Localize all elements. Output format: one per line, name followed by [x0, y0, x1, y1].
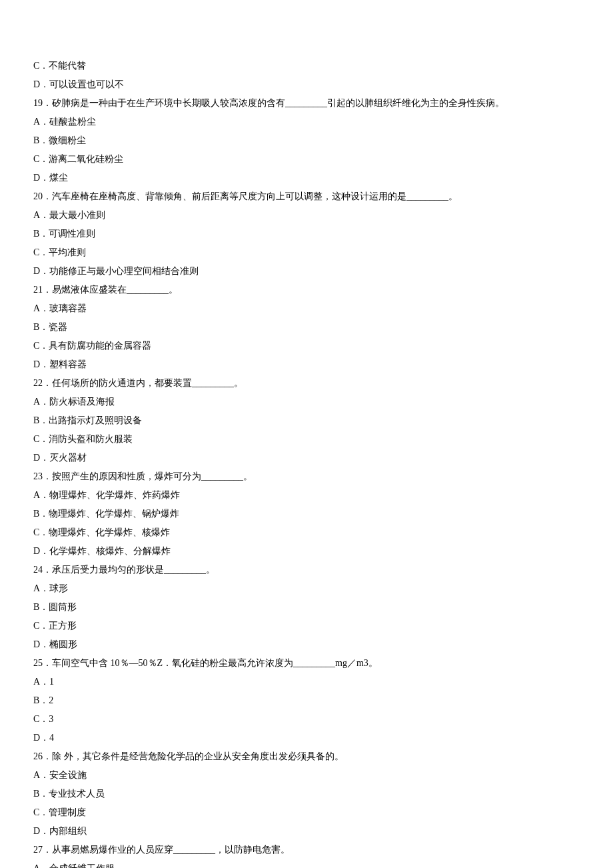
text-line: D．可以设置也可以不 [33, 75, 580, 94]
text-line: 20．汽车座椅在座椅高度、背靠倾角、前后距离等尺度方向上可以调整，这种设计运用的… [33, 187, 580, 206]
text-line: B．出路指示灯及照明设备 [33, 411, 580, 430]
text-line: D．内部组织 [33, 822, 580, 841]
text-line: B．圆筒形 [33, 598, 580, 617]
text-line: D．4 [33, 729, 580, 747]
text-line: A．防火标语及海报 [33, 393, 580, 411]
text-line: 23．按照产生的原因和性质，爆炸可分为_________。 [33, 467, 580, 486]
text-line: 27．从事易燃易爆作业的人员应穿_________，以防静电危害。 [33, 841, 580, 859]
text-line: B．2 [33, 691, 580, 710]
text-line: D．功能修正与最小心理空间相结合准则 [33, 262, 580, 281]
text-line: 22．任何场所的防火通道内，都要装置_________。 [33, 374, 580, 393]
text-line: 21．易燃液体应盛装在_________。 [33, 281, 580, 299]
text-line: B．微细粉尘 [33, 131, 580, 150]
text-line: C．平均准则 [33, 243, 580, 262]
text-line: C．正方形 [33, 617, 580, 635]
text-line: D．煤尘 [33, 169, 580, 187]
text-line: D．塑料容器 [33, 355, 580, 374]
text-line: 19．矽肺病是一种由于在生产环境中长期吸人较高浓度的含有_________引起的… [33, 94, 580, 113]
text-line: C．物理爆炸、化学爆炸、核爆炸 [33, 523, 580, 542]
text-line: A．球形 [33, 579, 580, 598]
text-line: A．合成纤维工作服 [33, 859, 580, 868]
text-line: B．可调性准则 [33, 225, 580, 243]
text-line: D．椭圆形 [33, 635, 580, 654]
text-line: C．不能代替 [33, 57, 580, 75]
text-line: B．物理爆炸、化学爆炸、锅炉爆炸 [33, 505, 580, 523]
text-line: B．专业技术人员 [33, 785, 580, 803]
document-content: C．不能代替D．可以设置也可以不19．矽肺病是一种由于在生产环境中长期吸人较高浓… [33, 57, 580, 868]
text-line: A．玻璃容器 [33, 299, 580, 318]
text-line: A．物理爆炸、化学爆炸、炸药爆炸 [33, 486, 580, 505]
text-line: A．安全设施 [33, 766, 580, 785]
text-line: C．3 [33, 710, 580, 729]
text-line: C．管理制度 [33, 803, 580, 822]
text-line: C．消防头盔和防火服装 [33, 430, 580, 449]
text-line: D．灭火器材 [33, 449, 580, 467]
text-line: 26．除 外，其它条件是经营危险化学品的企业从安全角度出发必须具备的。 [33, 747, 580, 766]
text-line: A．硅酸盐粉尘 [33, 113, 580, 131]
text-line: A．最大最小准则 [33, 206, 580, 225]
text-line: 25．车间空气中含 10％—50％Z．氧化硅的粉尘最高允许浓度为________… [33, 654, 580, 673]
text-line: C．具有防腐功能的金属容器 [33, 337, 580, 355]
text-line: D．化学爆炸、核爆炸、分解爆炸 [33, 542, 580, 561]
text-line: C．游离二氧化硅粉尘 [33, 150, 580, 169]
text-line: B．瓷器 [33, 318, 580, 337]
text-line: A．1 [33, 673, 580, 691]
text-line: 24．承压后受力最均匀的形状是_________。 [33, 561, 580, 579]
